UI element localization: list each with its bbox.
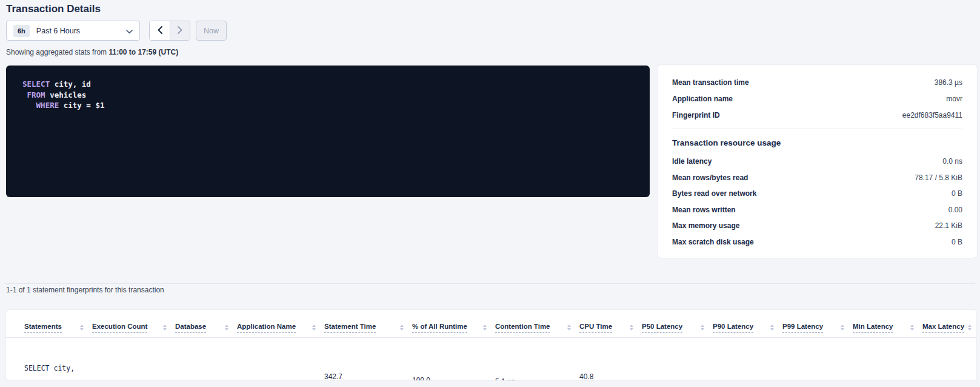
time-range-badge: 6h bbox=[13, 25, 30, 37]
pct-runtime-cell: 100.0 % bbox=[412, 374, 487, 381]
sort-icon bbox=[400, 325, 404, 331]
contention-time-cell: 5.1 µs bbox=[495, 375, 571, 380]
usage-row-max-scratch-disk-usage: Max scratch disk usage 0 B bbox=[672, 234, 962, 251]
column-header-cpu-time[interactable]: CPU Time bbox=[579, 310, 642, 337]
statement-link[interactable]: SELECT city, id FROM… bbox=[24, 338, 84, 381]
sort-icon bbox=[770, 325, 774, 331]
detail-row-fingerprint-id: Fingerprint ID ee2df683f5aa9411 bbox=[672, 107, 962, 123]
sql-line: FROM vehicles bbox=[22, 90, 638, 101]
column-header-application-name[interactable]: Application Name bbox=[237, 310, 324, 337]
sort-icon bbox=[567, 325, 571, 331]
usage-row-mean-rows-bytes-read: Mean rows/bytes read 78.17 / 5.8 KiB bbox=[672, 170, 962, 186]
table-row: SELECT city, id FROM… 263k movr movr 342… bbox=[6, 337, 976, 380]
detail-row-application-name: Application name movr bbox=[672, 90, 962, 107]
prev-time-button[interactable] bbox=[150, 21, 170, 40]
sort-icon bbox=[225, 325, 228, 331]
details-divider bbox=[672, 129, 962, 129]
resource-usage-title: Transaction resource usage bbox=[672, 138, 962, 147]
sort-icon bbox=[483, 325, 487, 331]
sort-icon bbox=[80, 325, 84, 331]
sort-icon bbox=[968, 325, 972, 331]
chevron-right-icon bbox=[178, 25, 182, 36]
sort-icon bbox=[841, 325, 844, 331]
time-range-label: Past 6 Hours bbox=[36, 27, 126, 35]
now-button[interactable]: Now bbox=[196, 21, 227, 41]
column-header-max-latency[interactable]: Max Latency bbox=[922, 310, 976, 337]
sql-statement-box: SELECT city, id FROM vehicles WHERE city… bbox=[6, 66, 650, 197]
cpu-time-cell: 40.8 µs bbox=[579, 371, 633, 381]
column-header-contention-time[interactable]: Contention Time bbox=[495, 310, 579, 337]
column-header-database[interactable]: Database bbox=[175, 310, 237, 337]
usage-row-mean-rows-written: Mean rows written 0.00 bbox=[672, 202, 962, 218]
column-header-statements[interactable]: Statements bbox=[6, 310, 92, 337]
column-header-p99-latency[interactable]: P99 Latency bbox=[782, 310, 853, 337]
statements-table-card: Statements Execution Count Database Appl… bbox=[6, 310, 976, 380]
sort-icon bbox=[163, 325, 167, 331]
sql-line: WHERE city = $1 bbox=[22, 100, 638, 111]
statements-table: Statements Execution Count Database Appl… bbox=[6, 310, 976, 380]
aggregated-stats-line: Showing aggregated stats from 11:00 to 1… bbox=[6, 48, 178, 56]
detail-row-mean-transaction-time: Mean transaction time 386.3 µs bbox=[672, 74, 962, 90]
transaction-details-card: Mean transaction time 386.3 µs Applicati… bbox=[658, 65, 977, 258]
sort-icon bbox=[701, 325, 704, 331]
column-header-pct-of-all-runtime[interactable]: % of All Runtime bbox=[412, 310, 495, 337]
column-header-p50-latency[interactable]: P50 Latency bbox=[642, 310, 713, 337]
usage-row-idle-latency: Idle latency 0.0 ns bbox=[672, 153, 962, 170]
sort-icon bbox=[312, 325, 316, 331]
next-time-button[interactable] bbox=[170, 21, 190, 40]
chevron-down-icon bbox=[126, 25, 133, 36]
sql-line: SELECT city, id bbox=[22, 79, 638, 90]
column-header-p90-latency[interactable]: P90 Latency bbox=[713, 310, 782, 337]
statement-time-cell: 342.7 µs bbox=[324, 371, 404, 381]
column-header-execution-count[interactable]: Execution Count bbox=[92, 310, 175, 337]
column-header-statement-time[interactable]: Statement Time bbox=[324, 310, 412, 337]
page-title: Transaction Details bbox=[6, 3, 101, 15]
section-divider bbox=[5, 283, 975, 284]
time-nav-group bbox=[149, 21, 190, 41]
toolbar: 6h Past 6 Hours Now bbox=[6, 21, 227, 41]
column-header-min-latency[interactable]: Min Latency bbox=[853, 310, 922, 337]
table-header-row: Statements Execution Count Database Appl… bbox=[6, 310, 976, 337]
sort-icon bbox=[910, 325, 914, 331]
statements-summary-line: 1-1 of 1 statement fingerprints for this… bbox=[6, 286, 164, 294]
chevron-left-icon bbox=[158, 25, 162, 36]
time-range-picker[interactable]: 6h Past 6 Hours bbox=[6, 21, 140, 41]
usage-row-bytes-read-over-network: Bytes read over network 0 B bbox=[672, 186, 962, 202]
usage-row-max-memory-usage: Max memory usage 22.1 KiB bbox=[672, 218, 962, 234]
resource-usage-list: Idle latency 0.0 ns Mean rows/bytes read… bbox=[672, 153, 962, 250]
sort-icon bbox=[630, 325, 633, 331]
